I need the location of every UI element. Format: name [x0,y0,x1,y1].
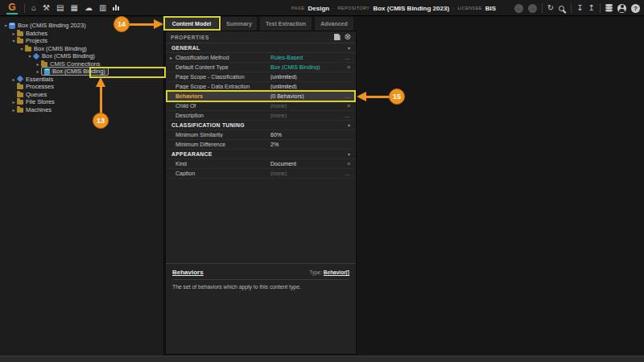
property-label: Caption [175,171,270,176]
home-icon[interactable]: ⌂ [31,4,36,12]
tree-item[interactable]: ▾Box (CMIS Binding) [0,52,163,60]
tree-item[interactable]: Processes [0,83,163,91]
annotation-arrowhead-13 [96,77,105,87]
ellipsis-button[interactable]: … [342,113,350,118]
tree-item-label: Batches [26,30,47,37]
property-row: Description(none)… [166,111,356,121]
closed-arrow-icon[interactable]: ▸ [10,107,17,113]
property-value[interactable]: (unlimited) [270,74,350,80]
cloud-icon[interactable]: ☁ [85,4,93,12]
section-name: CLASSIFICATION TUNING [171,122,245,128]
property-value[interactable]: 60% [270,132,350,138]
property-value[interactable]: (none) [270,171,342,176]
help-description: The set of behaviors which apply to this… [172,284,349,290]
repository-label: REPOSITORY [338,6,370,10]
refresh-button[interactable]: ↻ [547,4,554,12]
property-value[interactable]: (none) [270,113,342,118]
menu-button[interactable]: ≡ [342,103,350,109]
open-arrow-icon[interactable]: ▾ [2,23,9,28]
closed-arrow-icon[interactable]: ▸ [10,76,17,82]
main-panel: Content ModelSummaryTest ExtractionAdvan… [165,17,644,356]
section-header[interactable]: CLASSIFICATION TUNING▾ [166,121,356,130]
annotation-arrow-14 [129,23,155,26]
property-row: Child Of(none)≡ [166,101,356,111]
project-icon [17,76,23,82]
help-button[interactable]: ? [631,4,640,13]
folder-icon [25,47,31,51]
section-name: APPEARANCE [171,151,213,157]
breadcrumb-separator: · [332,6,334,11]
property-label: Minimum Similarity [175,132,270,138]
tree-item[interactable]: ▸Batches [0,30,163,38]
download-button[interactable]: ↧ [576,4,583,12]
top-bar: G ⌂⚒▤▦☁▥ PAGE Design · REPOSITORY Box (C… [0,0,644,16]
type-link[interactable]: Behavior[] [324,269,349,275]
annotation-arrowhead-14 [154,19,163,29]
property-value[interactable]: 2% [270,142,350,147]
licensee-value: BIS [485,5,496,12]
forward-button[interactable]: → [528,4,537,13]
tree-item[interactable]: ▾Projects [0,37,163,45]
property-row: Caption(none)… [166,169,356,179]
tree-item[interactable]: ▸Machines [0,106,163,114]
ellipsis-button[interactable]: … [342,171,350,176]
annotation-badge-14: 14 [114,16,130,32]
property-label: Kind [175,161,270,167]
folder-icon [17,31,23,36]
property-value[interactable]: Box (CMIS Binding) [270,64,342,70]
property-value[interactable]: Rules-Based [270,55,342,60]
property-value[interactable]: (none) [270,103,342,109]
grooper-logo: G [6,2,18,14]
save-icon[interactable] [334,34,341,40]
tree-item-label: Queues [26,91,47,98]
tab-test-extraction[interactable]: Test Extraction [260,17,312,31]
database-button[interactable] [605,4,613,6]
menu-button[interactable]: ≡ [342,161,350,167]
property-label: Description [175,113,270,118]
folder-icon [17,93,23,97]
divider [24,3,25,13]
closed-arrow-icon[interactable]: ▸ [10,99,17,105]
folder-icon [17,100,23,105]
property-value[interactable]: Document [270,161,342,167]
property-grid: GENERAL▾▸Classification MethodRules-Base… [166,43,356,179]
menu-button[interactable]: ≡ [342,64,350,70]
property-row: Page Scope - Classification(unlimited) [166,72,356,82]
tree-item[interactable]: Queues [0,91,163,99]
back-button[interactable]: ← [514,4,523,13]
separator [571,3,572,13]
property-value[interactable]: (unlimited) [270,84,350,89]
tab-advanced[interactable]: Advanced [315,17,353,31]
upload-button[interactable]: ↥ [588,4,595,12]
property-row: Default Content TypeBox (CMIS Binding)≡ [166,63,356,72]
user-button[interactable] [617,4,626,13]
search-button[interactable] [559,6,564,11]
tab-summary[interactable]: Summary [221,17,257,31]
section-header[interactable]: APPEARANCE▾ [166,150,356,159]
tree-item-label: Machines [26,106,52,113]
closed-arrow-icon[interactable]: ▸ [35,68,41,74]
chevron-down-icon: ▾ [348,122,350,128]
tree-item[interactable]: ▾Box (CMIS Binding) [0,45,163,53]
jobs-icon[interactable]: ▦ [70,4,77,12]
section-header[interactable]: GENERAL▾ [166,43,356,53]
repository-value: Box (CMIS Binding 2023) [373,5,449,12]
page-value: Design [308,5,329,12]
expander-icon[interactable]: ▸ [170,55,174,60]
open-arrow-icon[interactable]: ▾ [19,46,25,51]
tools-icon[interactable]: ⚒ [43,4,50,12]
stats-icon[interactable] [113,5,119,10]
chevron-down-icon: ▾ [348,151,350,157]
content-model-icon [44,68,50,75]
closed-arrow-icon[interactable]: ▸ [10,31,17,36]
property-row: ▸Classification MethodRules-Based… [166,53,356,63]
closed-arrow-icon[interactable]: ▸ [35,61,41,67]
open-arrow-icon[interactable]: ▾ [10,38,17,43]
tree-item[interactable]: ▸File Stores [0,98,163,106]
tasks-icon[interactable]: ▥ [99,4,106,12]
ellipsis-button[interactable]: … [342,55,350,60]
close-icon[interactable]: ⊗ [345,33,351,41]
annotation-arrow-13 [100,85,102,114]
property-label: Classification Method [175,55,270,60]
batches-icon[interactable]: ▤ [56,4,64,12]
